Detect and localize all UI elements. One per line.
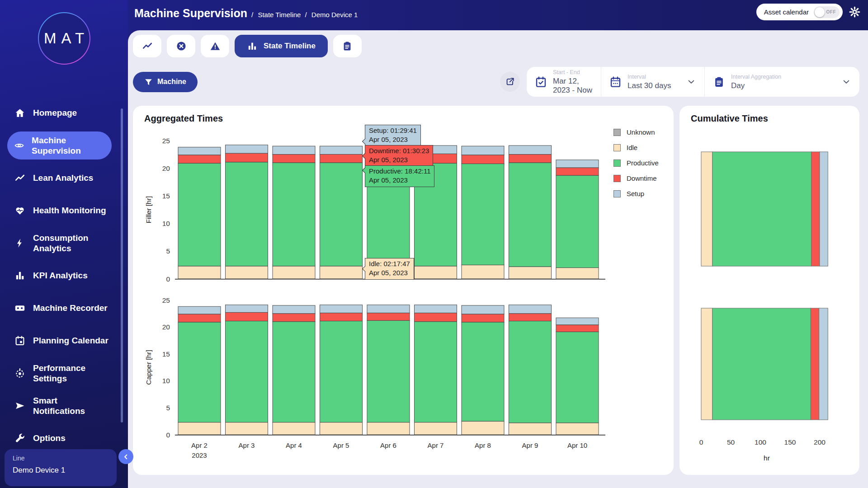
toggle-knob [815, 7, 825, 17]
tooltip-value: Idle: 02:17:47 [369, 259, 410, 268]
legend-swatch [613, 160, 621, 167]
export-button[interactable] [500, 72, 520, 92]
legend-item-downtime[interactable]: Downtime [613, 174, 659, 182]
legend-label: Setup [627, 190, 644, 197]
aggregated-panel-title: Aggregated Times [144, 113, 223, 124]
sidebar-item-label: Machine Supervision [32, 135, 107, 156]
header-right: Asset calendar OFF [756, 4, 861, 20]
svg-text:Apr 4: Apr 4 [286, 441, 302, 449]
control-value: Mar 12, 2023 - Now [553, 77, 593, 95]
svg-text:0: 0 [166, 431, 170, 439]
calendar-icon [14, 335, 25, 346]
sidebar-item-machine-supervision[interactable]: Machine Supervision [7, 131, 112, 160]
funnel-icon [144, 78, 153, 86]
eye-icon [14, 140, 24, 151]
legend-label: Downtime [627, 174, 657, 182]
tooltip-date: Apr 05, 2023 [369, 135, 417, 144]
sidebar-item-machine-recorder[interactable]: Machine Recorder [0, 292, 128, 324]
sidebar-item-label: KPI Analytics [33, 270, 88, 281]
svg-text:25: 25 [162, 137, 170, 145]
tab-x-circle[interactable] [167, 35, 195, 57]
page-title: Machine Supervision [134, 7, 247, 20]
wrench-icon [14, 433, 25, 444]
sidebar-item-planning-calendar[interactable]: Planning Calendar [0, 324, 128, 357]
breadcrumb-state-timeline[interactable]: State Timeline [251, 11, 301, 19]
export-icon [505, 77, 515, 87]
svg-text:5: 5 [166, 247, 170, 255]
sidebar-collapse-button[interactable] [118, 449, 133, 464]
sidebar-item-label: Planning Calendar [33, 335, 108, 346]
svg-text:Apr 8: Apr 8 [475, 441, 491, 449]
svg-text:15: 15 [162, 350, 170, 358]
svg-text:100: 100 [755, 438, 766, 446]
filter-bar: Machine Start - EndMar 12, 2023 - NowInt… [133, 67, 859, 97]
tab-trend[interactable] [133, 35, 161, 57]
asset-calendar-label: Asset calendar [764, 8, 809, 16]
sidebar-item-performance-settings[interactable]: Performance Settings [0, 357, 128, 389]
calendar-dots-icon [609, 76, 622, 88]
svg-text:Apr 5: Apr 5 [333, 441, 349, 449]
sidebar: MAT HomepageMachine SupervisionLean Anal… [0, 0, 128, 488]
svg-text:0: 0 [166, 275, 170, 283]
legend-item-setup[interactable]: Setup [613, 190, 659, 197]
bars-icon [14, 270, 25, 281]
sidebar-item-label: Lean Analytics [33, 173, 93, 183]
svg-text:Apr 6: Apr 6 [380, 441, 396, 449]
asset-calendar-toggle[interactable]: OFF [814, 6, 840, 18]
control-interval-aggregation[interactable]: Interval AggregationDay [704, 67, 859, 97]
cumulative-panel: Cumulative Times 050100150200hr [679, 106, 859, 475]
gauge-icon [14, 368, 25, 379]
tab-warning[interactable] [201, 35, 229, 57]
chart-tooltip-downtime: Downtime: 01:30:23Apr 05, 2023 [365, 145, 433, 167]
svg-text:Apr 9: Apr 9 [522, 441, 538, 449]
control-start-end[interactable]: Start - EndMar 12, 2023 - Now [527, 67, 601, 97]
svg-text:20: 20 [162, 164, 170, 172]
chevron-left-icon [122, 452, 131, 461]
svg-text:Apr 10: Apr 10 [567, 441, 587, 449]
legend-label: Unknown [627, 128, 655, 136]
device-name: Demo Device 1 [13, 466, 108, 475]
sidebar-item-consumption-analytics[interactable]: Consumption Analytics [0, 227, 128, 259]
svg-text:25: 25 [162, 296, 170, 304]
bar-chart-icon [247, 41, 258, 52]
breadcrumb-device[interactable]: Demo Device 1 [305, 11, 358, 19]
logo-text: MAT [39, 30, 89, 47]
sidebar-item-health-monitoring[interactable]: Health Monitoring [0, 194, 128, 227]
sidebar-item-smart-notifications[interactable]: Smart Notifications [0, 389, 128, 422]
chevron-down-icon [686, 77, 696, 87]
machine-filter-button[interactable]: Machine [133, 72, 198, 92]
tab-bar: State Timeline [133, 35, 859, 57]
control-interval[interactable]: IntervalLast 30 days [601, 67, 704, 97]
legend-item-idle[interactable]: Idle [613, 144, 659, 151]
svg-text:20: 20 [162, 323, 170, 331]
sidebar-item-label: Homepage [33, 108, 77, 118]
warning-icon [210, 41, 221, 52]
sidebar-item-label: Machine Recorder [33, 303, 108, 313]
legend-label: Productive [627, 159, 659, 167]
cumulative-panel-title: Cumulative Times [691, 113, 768, 124]
legend-item-unknown[interactable]: Unknown [613, 128, 659, 136]
selected-device-card[interactable]: Line Demo Device 1 [5, 449, 117, 486]
control-value: Day [731, 81, 781, 90]
sidebar-item-kpi-analytics[interactable]: KPI Analytics [0, 259, 128, 292]
svg-text:10: 10 [162, 377, 170, 385]
heart-icon [14, 205, 25, 216]
sidebar-item-label: Consumption Analytics [33, 233, 110, 253]
legend-label: Idle [627, 144, 637, 151]
sidebar-item-lean-analytics[interactable]: Lean Analytics [0, 162, 128, 194]
sidebar-item-label: Smart Notifications [33, 395, 110, 416]
chart-tooltip-productive: Productive: 18:42:11Apr 05, 2023 [365, 165, 434, 187]
sidebar-scrollbar[interactable] [121, 108, 123, 422]
sidebar-item-homepage[interactable]: Homepage [0, 97, 128, 129]
settings-button[interactable] [849, 6, 861, 18]
cumulative-chart[interactable]: 050100150200hr [679, 124, 859, 467]
legend-item-productive[interactable]: Productive [613, 159, 659, 167]
tooltip-value: Downtime: 01:30:23 [369, 146, 429, 155]
sidebar-item-label: Options [33, 433, 66, 443]
logo: MAT [0, 0, 128, 65]
send-icon [14, 400, 25, 411]
tab-state-timeline[interactable]: State Timeline [235, 35, 328, 57]
trend-icon [142, 41, 153, 52]
tooltip-value: Productive: 18:42:11 [369, 167, 430, 176]
tab-clipboard[interactable] [333, 35, 362, 57]
